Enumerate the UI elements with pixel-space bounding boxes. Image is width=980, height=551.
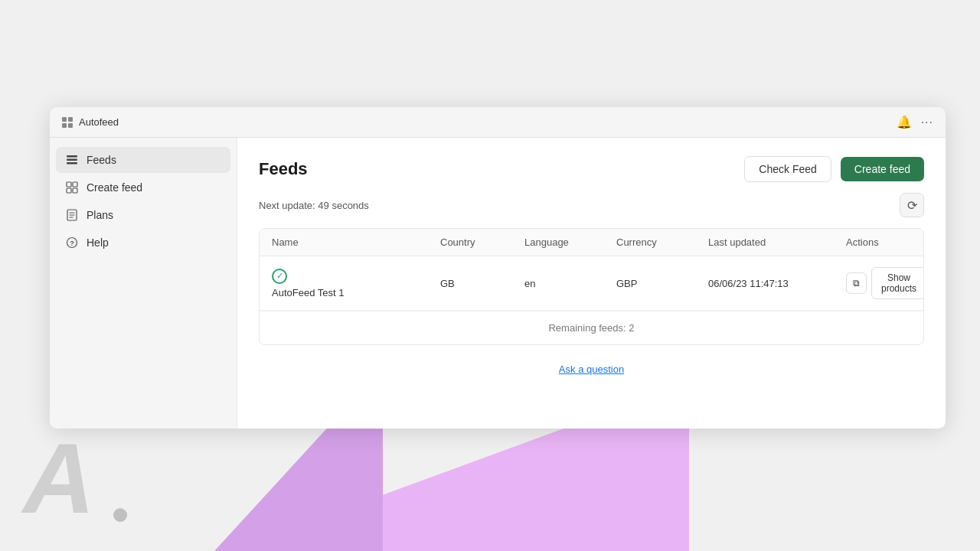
- title-bar-left: Autofeed: [62, 116, 119, 128]
- update-text: Next update: 49 seconds: [259, 200, 369, 211]
- feed-currency: GBP: [616, 278, 708, 289]
- background-logo-dot: [113, 508, 127, 522]
- svg-rect-4: [73, 182, 77, 187]
- check-feed-button[interactable]: Check Feed: [744, 156, 831, 182]
- update-info: Next update: 49 seconds ⟳: [259, 193, 924, 217]
- copy-icon: ⧉: [853, 278, 860, 289]
- ask-question-container: Ask a question: [259, 356, 924, 382]
- svg-rect-0: [67, 155, 77, 158]
- sidebar-help-label: Help: [87, 236, 109, 249]
- header-last-updated: Last updated: [708, 236, 846, 248]
- ask-question-link[interactable]: Ask a question: [559, 364, 624, 375]
- sidebar-create-feed-label: Create feed: [87, 181, 142, 194]
- create-feed-button[interactable]: Create feed: [841, 157, 924, 181]
- feed-status-row: ✓: [272, 269, 440, 284]
- feeds-table: Name Country Language Currency Last upda…: [259, 228, 924, 345]
- status-icon: ✓: [272, 269, 287, 284]
- plans-icon: [65, 208, 79, 222]
- actions-cell: ⧉ Show products Edit ✦ 🗑 Log: [846, 267, 924, 299]
- main-content: Feeds Check Feed Create feed Next update…: [237, 138, 946, 429]
- feed-name: AutoFeed Test 1: [272, 287, 440, 298]
- table-row: ✓ AutoFeed Test 1 GB en GBP 06/06/23 11:…: [260, 256, 923, 311]
- feed-language: en: [524, 278, 616, 289]
- remaining-feeds: Remaining feeds: 2: [260, 311, 923, 344]
- sidebar-item-help[interactable]: ? Help: [56, 230, 230, 256]
- app-icon: [62, 117, 73, 128]
- svg-rect-6: [73, 188, 77, 193]
- title-bar-right: 🔔 ···: [897, 115, 933, 129]
- app-body: Feeds Create feed: [50, 138, 946, 429]
- svg-rect-5: [67, 188, 71, 193]
- more-options-icon[interactable]: ···: [921, 116, 933, 129]
- background-logo: A: [23, 429, 95, 528]
- feed-last-updated: 06/06/23 11:47:13: [708, 278, 846, 289]
- show-products-button[interactable]: Show products: [871, 267, 924, 299]
- header-actions: Check Feed Create feed: [744, 156, 924, 182]
- table-header: Name Country Language Currency Last upda…: [260, 229, 923, 256]
- header-currency: Currency: [616, 236, 708, 248]
- sidebar-feeds-label: Feeds: [87, 154, 116, 166]
- header-actions: Actions: [846, 236, 911, 248]
- svg-rect-2: [67, 162, 77, 165]
- help-icon: ?: [65, 236, 79, 249]
- refresh-button[interactable]: ⟳: [900, 193, 924, 217]
- sidebar-item-feeds[interactable]: Feeds: [56, 147, 230, 173]
- app-window: Autofeed 🔔 ··· Feeds: [50, 107, 946, 429]
- feed-name-cell: ✓ AutoFeed Test 1: [272, 269, 440, 298]
- svg-rect-3: [67, 182, 71, 187]
- content-header: Feeds Check Feed Create feed: [259, 156, 924, 182]
- sidebar: Feeds Create feed: [50, 138, 237, 429]
- create-feed-icon: [65, 181, 79, 194]
- sidebar-plans-label: Plans: [87, 209, 113, 221]
- sidebar-item-plans[interactable]: Plans: [56, 202, 230, 228]
- feeds-icon: [65, 153, 79, 167]
- sidebar-item-create-feed[interactable]: Create feed: [56, 174, 230, 201]
- header-language: Language: [524, 236, 616, 248]
- header-name: Name: [272, 236, 440, 248]
- grid-icon: [62, 117, 73, 128]
- header-country: Country: [440, 236, 524, 248]
- svg-rect-1: [67, 159, 77, 161]
- feed-country: GB: [440, 278, 524, 289]
- app-title: Autofeed: [79, 116, 119, 128]
- page-title: Feeds: [259, 159, 308, 179]
- svg-text:?: ?: [70, 240, 74, 247]
- title-bar: Autofeed 🔔 ···: [50, 107, 946, 138]
- refresh-icon: ⟳: [907, 198, 917, 213]
- bell-icon[interactable]: 🔔: [897, 115, 912, 129]
- copy-button[interactable]: ⧉: [846, 272, 867, 294]
